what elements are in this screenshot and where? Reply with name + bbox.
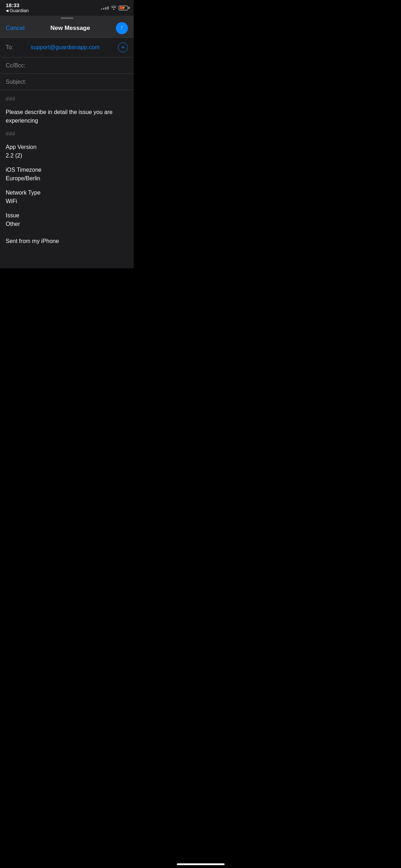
separator-2-text: ### [6, 131, 128, 137]
signal-dot-3 [105, 7, 107, 10]
back-nav[interactable]: Guardian [6, 8, 29, 13]
description-text: Please describe in detail the issue you … [6, 109, 114, 124]
body-description: Please describe in detail the issue you … [6, 108, 128, 125]
timezone-section: iOS Timezone Europe/Berlin [6, 166, 128, 183]
wifi-icon [111, 5, 117, 11]
network-label: Network Type [6, 188, 128, 197]
app-version-value: 2.2 (2) [6, 151, 128, 160]
cc-field[interactable]: Cc/Bcc: [0, 57, 134, 74]
app-version-section: App Version 2.2 (2) [6, 143, 128, 160]
timezone-label: iOS Timezone [6, 166, 128, 174]
message-body[interactable]: ### Please describe in detail the issue … [0, 90, 134, 268]
sheet-handle-container [0, 16, 134, 19]
subject-label: Subject: [6, 79, 31, 85]
timezone-value: Europe/Berlin [6, 174, 128, 183]
signal-dot-2 [103, 8, 104, 10]
to-label: To: [6, 44, 31, 51]
network-value: WiFi [6, 197, 128, 206]
issue-value: Other [6, 220, 128, 228]
issue-section: Issue Other [6, 211, 128, 228]
nav-title: New Message [50, 25, 90, 32]
cc-label: Cc/Bcc: [6, 62, 31, 69]
signal-icon [101, 6, 109, 10]
signal-dot-1 [101, 9, 102, 10]
network-section: Network Type WiFi [6, 188, 128, 206]
separator-1-text: ### [6, 96, 128, 102]
back-nav-label: Guardian [10, 8, 29, 13]
battery-bolt-icon: ⚡ [122, 6, 125, 10]
status-time: 18:33 [6, 2, 19, 8]
signature-text: Sent from my iPhone [6, 237, 128, 246]
to-field[interactable]: To: support@guardianapp.com + [0, 38, 134, 57]
status-left: 18:33 Guardian [6, 2, 29, 13]
compose-area: To: support@guardianapp.com + Cc/Bcc: Su… [0, 38, 134, 268]
battery-icon: ⚡ [119, 6, 128, 10]
signal-dot-4 [107, 6, 109, 10]
status-right: ⚡ [101, 5, 128, 11]
issue-label: Issue [6, 211, 128, 220]
signature-section: Sent from my iPhone [6, 237, 128, 246]
body-separator-2: ### [6, 131, 128, 137]
add-recipient-button[interactable]: + [118, 42, 128, 52]
status-bar: 18:33 Guardian ⚡ [0, 0, 134, 16]
cancel-button[interactable]: Cancel [6, 25, 25, 32]
to-value: support@guardianapp.com [31, 44, 118, 51]
send-arrow-icon: ↑ [120, 24, 123, 31]
nav-bar: Cancel New Message ↑ [0, 19, 134, 38]
subject-field[interactable]: Subject: [0, 74, 134, 90]
sheet-handle [61, 17, 73, 19]
app-version-label: App Version [6, 143, 128, 151]
send-button[interactable]: ↑ [116, 22, 128, 34]
body-separator-1: ### [6, 96, 128, 102]
